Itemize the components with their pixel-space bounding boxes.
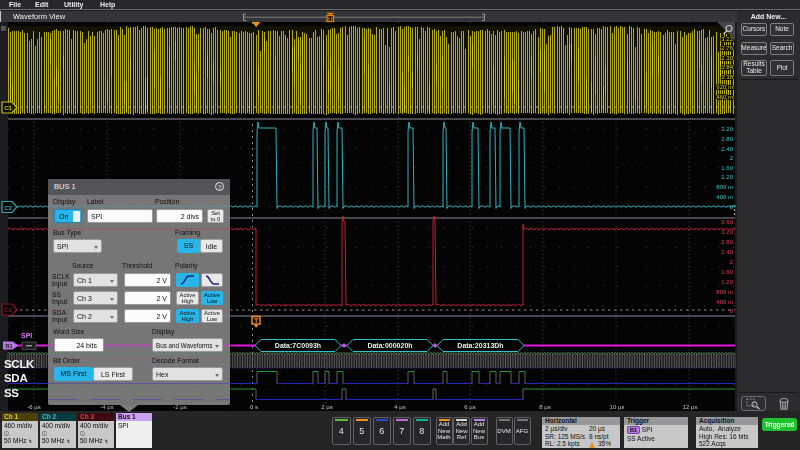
- svg-text:4 µs: 4 µs: [394, 404, 405, 410]
- svg-text:1.84: 1.84: [721, 64, 733, 70]
- svg-text:SCLK: SCLK: [4, 358, 35, 370]
- svg-text:920 m: 920 m: [716, 84, 733, 90]
- svg-text:Data:20313Dh: Data:20313Dh: [457, 342, 503, 349]
- svg-text:400 m: 400 m: [716, 299, 733, 305]
- svg-text:8 µs: 8 µs: [539, 404, 550, 410]
- svg-text:3.20: 3.20: [721, 229, 733, 235]
- svg-text:800 m: 800 m: [716, 289, 733, 295]
- svg-text:0 s: 0 s: [250, 404, 258, 410]
- svg-text:2 µs: 2 µs: [321, 404, 332, 410]
- svg-text:3.20: 3.20: [721, 126, 733, 132]
- svg-text:C3: C3: [4, 307, 12, 313]
- svg-text:2.76: 2.76: [721, 45, 733, 51]
- svg-text:1.38: 1.38: [721, 74, 733, 80]
- svg-text:1.20: 1.20: [721, 174, 733, 180]
- svg-text:B1: B1: [5, 343, 12, 349]
- svg-text:3.60: 3.60: [721, 219, 733, 225]
- svg-text:2.40: 2.40: [721, 146, 733, 152]
- svg-text:2.80: 2.80: [721, 239, 733, 245]
- svg-text:C2: C2: [4, 205, 12, 211]
- svg-text:6 µs: 6 µs: [464, 404, 475, 410]
- svg-text:Data:7C0093h: Data:7C0093h: [275, 342, 321, 349]
- svg-text:-6 µs: -6 µs: [27, 404, 40, 410]
- svg-text:SPI: SPI: [21, 332, 32, 339]
- svg-text:C1: C1: [4, 105, 12, 111]
- svg-text:SDA: SDA: [4, 372, 27, 384]
- svg-text:400 m: 400 m: [716, 194, 733, 200]
- svg-text:460 m: 460 m: [716, 94, 733, 100]
- svg-text:12 µs: 12 µs: [683, 404, 698, 410]
- svg-text:Data:000020h: Data:000020h: [367, 342, 412, 349]
- svg-text:1.60: 1.60: [721, 269, 733, 275]
- svg-text:10 µs: 10 µs: [610, 404, 625, 410]
- svg-text:2.40: 2.40: [721, 249, 733, 255]
- svg-text:1.60: 1.60: [721, 165, 733, 171]
- svg-text:SS: SS: [4, 387, 19, 399]
- svg-text:0: 0: [730, 308, 734, 314]
- svg-text:2: 2: [730, 259, 734, 265]
- svg-text:2.30: 2.30: [721, 55, 733, 61]
- svg-text:2: 2: [730, 155, 734, 161]
- svg-text:800 m: 800 m: [716, 184, 733, 190]
- svg-text:1.20: 1.20: [721, 279, 733, 285]
- svg-text:2.80: 2.80: [721, 136, 733, 142]
